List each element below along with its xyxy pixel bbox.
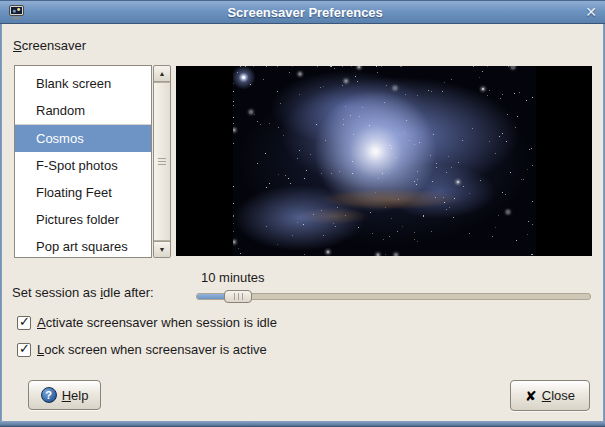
- close-icon: ✘: [525, 389, 537, 403]
- label-mnemonic: C: [542, 388, 551, 403]
- list-item-fspot-photos[interactable]: F-Spot photos: [15, 152, 151, 179]
- activate-screensaver-label[interactable]: Activate screensaver when session is idl…: [37, 315, 277, 330]
- idle-slider-track[interactable]: [196, 293, 591, 300]
- label-text: lose: [551, 388, 575, 403]
- help-button-label: Help: [62, 388, 89, 403]
- idle-slider-thumb[interactable]: [224, 290, 252, 303]
- check-icon: ✓: [19, 341, 30, 356]
- list-item-pop-art-squares[interactable]: Pop art squares: [15, 233, 151, 258]
- list-item-label: Pop art squares: [36, 239, 128, 254]
- window-title: Screensaver Preferences: [25, 5, 585, 20]
- lock-screen-checkbox[interactable]: ✓: [17, 343, 31, 357]
- list-item-label: Random: [36, 103, 85, 118]
- help-button[interactable]: ? Help: [28, 380, 101, 410]
- list-item-blank-screen[interactable]: Blank screen: [15, 70, 151, 97]
- list-item-label: Pictures folder: [36, 212, 119, 227]
- list-scrollbar[interactable]: ▲ ▼: [153, 65, 171, 258]
- scroll-down-icon[interactable]: ▼: [154, 241, 170, 257]
- label-text: ctivate screensaver when session is idle: [46, 315, 277, 330]
- list-item-pictures-folder[interactable]: Pictures folder: [15, 206, 151, 233]
- label-mnemonic: H: [62, 388, 71, 403]
- close-window-icon[interactable]: ✕: [585, 5, 597, 19]
- lock-screen-row[interactable]: ✓ Lock screen when screensaver is active: [17, 342, 267, 357]
- list-item-label: Blank screen: [36, 76, 111, 91]
- label-text: ock screen when screensaver is active: [44, 342, 267, 357]
- heading-mnemonic: S: [13, 38, 22, 53]
- window-frame-left: [0, 24, 2, 427]
- list-item-random[interactable]: Random: [15, 97, 151, 124]
- heading-text: creensaver: [22, 38, 86, 53]
- activate-screensaver-checkbox[interactable]: ✓: [17, 316, 31, 330]
- help-icon: ?: [41, 387, 57, 403]
- list-item-label: F-Spot photos: [36, 158, 118, 173]
- window-frame-bottom: [0, 421, 605, 427]
- screensaver-preferences-window: Screensaver Preferences ✕ Screensaver Bl…: [0, 0, 605, 427]
- screensaver-preview: [176, 66, 592, 256]
- screensaver-app-icon: [8, 4, 25, 20]
- cosmos-preview-image: [233, 66, 536, 256]
- list-item-label: Cosmos: [36, 131, 84, 146]
- label-mnemonic: A: [37, 315, 46, 330]
- titlebar[interactable]: Screensaver Preferences ✕: [0, 0, 605, 24]
- idle-label-rest: dle after:: [103, 285, 154, 300]
- list-item-cosmos[interactable]: Cosmos: [15, 125, 151, 152]
- lock-screen-label[interactable]: Lock screen when screensaver is active: [37, 342, 267, 357]
- close-button-label: Close: [542, 388, 575, 403]
- idle-slider-value: 10 minutes: [201, 270, 265, 285]
- list-item-label: Floating Feet: [36, 185, 112, 200]
- check-icon: ✓: [19, 314, 30, 329]
- list-item-floating-feet[interactable]: Floating Feet: [15, 179, 151, 206]
- close-button[interactable]: ✘ Close: [510, 380, 590, 411]
- scroll-up-icon[interactable]: ▲: [154, 66, 170, 82]
- screensaver-section-heading: Screensaver: [13, 38, 86, 53]
- slider-thumb-grip: [234, 293, 243, 300]
- idle-after-label: Set session as idle after:: [12, 285, 154, 300]
- idle-label-pre: Set session as: [12, 285, 100, 300]
- scrollbar-grip: [158, 158, 166, 165]
- theme-list: Blank screen Random Cosmos F-Spot photos…: [14, 65, 152, 258]
- label-text: elp: [71, 388, 88, 403]
- scrollbar-thumb[interactable]: [154, 82, 170, 241]
- activate-screensaver-row[interactable]: ✓ Activate screensaver when session is i…: [17, 315, 277, 330]
